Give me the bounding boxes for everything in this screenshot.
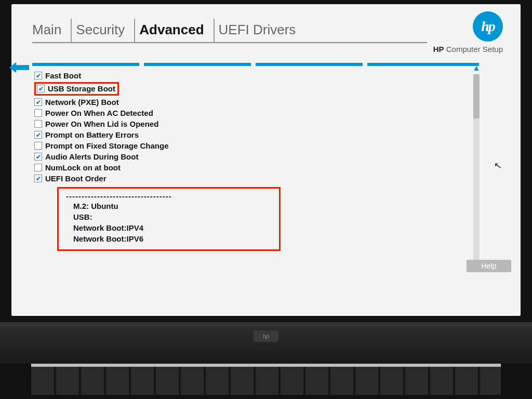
scroll-up-icon[interactable]: ▲	[472, 64, 481, 72]
subtitle-brand: HP	[433, 45, 444, 54]
branding-area: hp HP Computer Setup	[433, 11, 503, 54]
option-row[interactable]: Power On When AC Detected	[34, 108, 479, 118]
checkbox[interactable]	[34, 109, 42, 117]
option-label: Network (PXE) Boot	[45, 98, 119, 107]
option-label: UEFI Boot Order	[45, 174, 107, 183]
tab-uefi-drivers[interactable]: UEFI Drivers	[214, 19, 305, 42]
scroll-track[interactable]	[473, 74, 480, 261]
scrollbar[interactable]: ▲ ▼	[471, 64, 482, 272]
option-label: Power On When Lid is Opened	[45, 119, 158, 128]
boot-order-entry[interactable]: USB:	[66, 211, 273, 222]
option-label: NumLock on at boot	[45, 163, 121, 172]
tab-security[interactable]: Security	[71, 19, 134, 42]
svg-marker-0	[9, 62, 29, 73]
option-row[interactable]: Prompt on Battery Errors	[34, 129, 479, 140]
tab-advanced[interactable]: Advanced	[134, 19, 213, 42]
panel-top-border	[32, 63, 479, 66]
subtitle-text: Computer Setup	[444, 45, 503, 54]
option-row[interactable]: USB Storage Boot	[34, 81, 479, 97]
options-panel: ▲ ▼ Fast BootUSB Storage BootNetwork (PX…	[32, 63, 479, 251]
checkbox[interactable]	[34, 142, 42, 150]
tab-bar: Main Security Advanced UEFI Drivers	[32, 19, 427, 43]
checkbox[interactable]	[34, 164, 42, 171]
checkbox[interactable]	[34, 72, 42, 79]
highlight-box: USB Storage Boot	[34, 82, 119, 96]
boot-order-box: ---------------------------------- M.2: …	[57, 187, 281, 251]
option-label: Prompt on Fixed Storage Change	[45, 141, 169, 150]
checkbox[interactable]	[34, 153, 42, 161]
scroll-thumb[interactable]	[473, 74, 480, 118]
option-row[interactable]: UEFI Boot Order	[34, 173, 479, 184]
checkbox[interactable]	[34, 131, 42, 139]
boot-order-entry[interactable]: Network Boot:IPV4	[66, 222, 273, 233]
boot-order-entry[interactable]: Network Boot:IPV6	[66, 233, 273, 244]
bios-screen: hp HP Computer Setup Main Security Advan…	[11, 4, 521, 316]
checkbox[interactable]	[34, 175, 42, 182]
app-subtitle: HP Computer Setup	[433, 45, 503, 54]
laptop-keyboard	[31, 364, 501, 395]
checkbox[interactable]	[34, 98, 42, 106]
laptop-bezel: hp	[0, 322, 532, 364]
boot-order-entries: M.2: UbuntuUSB:Network Boot:IPV4Network …	[66, 201, 273, 244]
option-row[interactable]: Fast Boot	[34, 70, 479, 81]
content-area: ▲ ▼ Fast BootUSB Storage BootNetwork (PX…	[32, 63, 505, 251]
option-label: Fast Boot	[45, 71, 81, 80]
option-label: Power On When AC Detected	[45, 109, 153, 117]
option-row[interactable]: NumLock on at boot	[34, 162, 479, 173]
help-button[interactable]: Help	[467, 260, 511, 272]
option-row[interactable]: Audio Alerts During Boot	[34, 151, 479, 162]
laptop-brand-badge: hp	[254, 330, 278, 342]
hp-logo: hp	[473, 11, 503, 42]
option-label: Prompt on Battery Errors	[45, 130, 139, 139]
checkbox[interactable]	[37, 85, 45, 92]
back-arrow-icon[interactable]	[9, 62, 29, 73]
option-row[interactable]: Network (PXE) Boot	[34, 97, 479, 108]
boot-order-separator: ----------------------------------	[66, 192, 273, 201]
option-row[interactable]: Power On When Lid is Opened	[34, 118, 479, 129]
option-label: USB Storage Boot	[48, 84, 115, 93]
option-label: Audio Alerts During Boot	[45, 152, 138, 161]
option-row[interactable]: Prompt on Fixed Storage Change	[34, 140, 479, 151]
options-list: Fast BootUSB Storage BootNetwork (PXE) B…	[34, 70, 479, 184]
checkbox[interactable]	[34, 120, 42, 128]
boot-order-entry[interactable]: M.2: Ubuntu	[66, 201, 273, 211]
tab-main[interactable]: Main	[32, 19, 71, 42]
